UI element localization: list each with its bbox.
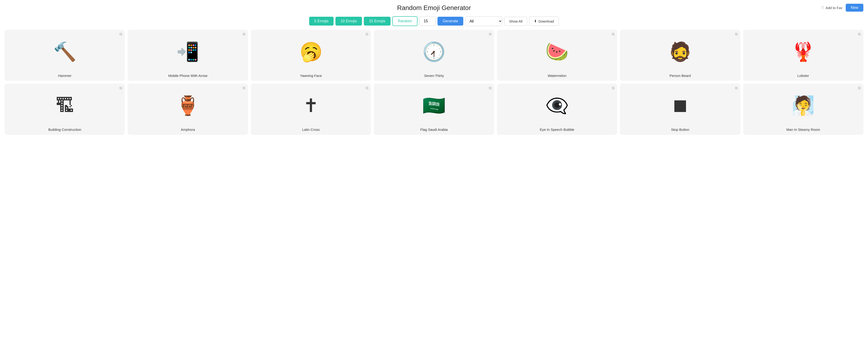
download-button[interactable]: ⬇ Download <box>529 17 559 26</box>
emoji-grid: ⧉ 🔨 Hammer ⧉ 📲 Mobile Phone With Arrow ⧉… <box>0 30 868 139</box>
emoji-card: ⧉ 📲 Mobile Phone With Arrow <box>128 30 248 81</box>
emoji-image: 🥱 <box>253 42 369 61</box>
copy-icon[interactable]: ⧉ <box>243 32 245 36</box>
emoji-label: Watermelon <box>548 74 566 77</box>
emoji-card: ⧉ 🦞 Lobster <box>743 30 863 81</box>
copy-icon[interactable]: ⧉ <box>489 86 491 90</box>
emoji-label: Amphora <box>181 128 195 131</box>
emoji-card: ⧉ 🇸🇦 Flag Saudi Arabia <box>374 84 494 135</box>
category-dropdown[interactable]: All Smileys Animals Food Travel Activiti… <box>465 17 502 26</box>
copy-icon[interactable]: ⧉ <box>858 86 861 90</box>
count-input[interactable] <box>420 17 436 26</box>
emoji-label: Mobile Phone With Arrow <box>168 74 207 77</box>
download-icon: ⬇ <box>534 19 537 23</box>
generate-button[interactable]: Generate <box>437 17 463 26</box>
emoji-card: ⧉ 🏺 Amphora <box>128 84 248 135</box>
show-all-button[interactable]: Show All <box>504 17 527 26</box>
emoji-label: Lobster <box>797 74 809 77</box>
emoji-card: ⧉ 🕢 Seven-Thirty <box>374 30 494 81</box>
emoji-card: ⧉ 🧖 Man In Steamy Room <box>743 84 863 135</box>
10-emojis-button[interactable]: 10 Emojis <box>335 17 362 26</box>
heart-icon: ♡ <box>821 6 824 10</box>
emoji-image: 🧖 <box>745 96 861 115</box>
page-title: Random Emoji Generator <box>0 0 868 14</box>
new-button[interactable]: New <box>846 4 863 11</box>
copy-icon[interactable]: ⧉ <box>243 86 245 90</box>
emoji-image: 📲 <box>130 42 246 61</box>
copy-icon[interactable]: ⧉ <box>735 32 738 36</box>
emoji-image: 🦞 <box>745 42 861 61</box>
emoji-card: ⧉ ✝ Latin Cross <box>251 84 371 135</box>
copy-icon[interactable]: ⧉ <box>612 86 614 90</box>
emoji-image: ⏹ <box>622 96 738 115</box>
emoji-label: Stop Button <box>671 128 689 131</box>
emoji-image: 🇸🇦 <box>376 96 492 115</box>
emoji-image: ✝ <box>253 96 369 115</box>
emoji-label: Man In Steamy Room <box>786 128 820 131</box>
emoji-label: Eye In Speech Bubble <box>540 128 574 131</box>
emoji-label: Hammer <box>58 74 71 77</box>
emoji-card: ⧉ 🥱 Yawning Face <box>251 30 371 81</box>
emoji-label: Person Beard <box>670 74 691 77</box>
copy-icon[interactable]: ⧉ <box>366 32 368 36</box>
emoji-image: 👁‍🗨 <box>499 96 615 115</box>
15-emojis-button[interactable]: 15 Emojis <box>364 17 390 26</box>
random-button[interactable]: Random <box>393 16 417 26</box>
copy-icon[interactable]: ⧉ <box>120 86 122 90</box>
emoji-card: ⧉ ⏹ Stop Button <box>620 84 740 135</box>
emoji-card: ⧉ 🧔 Person Beard <box>620 30 740 81</box>
copy-icon[interactable]: ⧉ <box>612 32 614 36</box>
emoji-image: 🏺 <box>130 96 246 115</box>
emoji-image: 🔨 <box>7 42 123 61</box>
emoji-image: 🏗 <box>7 96 123 115</box>
emoji-label: Building Construction <box>48 128 81 131</box>
copy-icon[interactable]: ⧉ <box>858 32 861 36</box>
toolbar: 5 Emojis 10 Emojis 15 Emojis Random Gene… <box>0 14 868 30</box>
emoji-card: ⧉ 🏗 Building Construction <box>5 84 125 135</box>
emoji-image: 🍉 <box>499 42 615 61</box>
emoji-card: ⧉ 🔨 Hammer <box>5 30 125 81</box>
add-to-fav-label: Add to Fav <box>826 6 842 10</box>
emoji-card: ⧉ 👁‍🗨 Eye In Speech Bubble <box>497 84 617 135</box>
5-emojis-button[interactable]: 5 Emojis <box>309 17 334 26</box>
copy-icon[interactable]: ⧉ <box>489 32 491 36</box>
emoji-card: ⧉ 🍉 Watermelon <box>497 30 617 81</box>
emoji-label: Flag Saudi Arabia <box>420 128 448 131</box>
add-to-fav-button[interactable]: ♡ Add to Fav <box>821 6 842 10</box>
emoji-label: Yawning Face <box>300 74 322 77</box>
copy-icon[interactable]: ⧉ <box>366 86 368 90</box>
emoji-label: Seven-Thirty <box>424 74 444 77</box>
emoji-label: Latin Cross <box>302 128 320 131</box>
copy-icon[interactable]: ⧉ <box>735 86 738 90</box>
emoji-image: 🕢 <box>376 42 492 61</box>
copy-icon[interactable]: ⧉ <box>120 32 122 36</box>
emoji-image: 🧔 <box>622 42 738 61</box>
